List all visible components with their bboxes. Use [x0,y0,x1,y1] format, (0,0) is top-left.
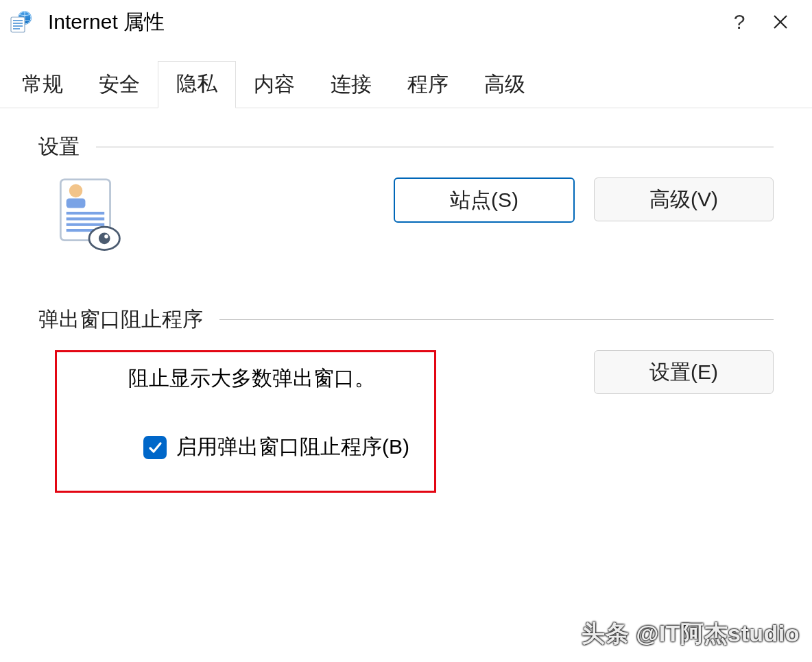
tab-privacy[interactable]: 隐私 [158,61,236,108]
divider [219,319,774,320]
svg-rect-4 [13,25,23,27]
svg-rect-5 [13,28,20,29]
popup-blocker-checkbox[interactable] [143,436,167,459]
section-header-popup: 弹出窗口阻止程序 [38,306,774,334]
help-button[interactable]: ? [719,5,760,38]
titlebar: Internet 属性 ? [0,0,812,44]
svg-rect-8 [67,199,86,208]
svg-point-7 [69,184,82,197]
button-advanced[interactable]: 高级(V) [594,177,774,221]
button-popup-settings[interactable]: 设置(E) [594,350,774,394]
window-title: Internet 属性 [48,8,165,36]
tab-general[interactable]: 常规 [4,62,81,108]
tab-programs[interactable]: 程序 [390,62,466,108]
tab-advanced[interactable]: 高级 [466,62,543,108]
button-sites-label: 站点(S) [450,186,518,214]
tab-content[interactable]: 内容 [236,62,313,108]
popup-blocker-description: 阻止显示大多数弹出窗口。 [128,365,375,393]
button-popup-settings-label: 设置(E) [649,358,718,387]
annotation-highlight-box: 阻止显示大多数弹出窗口。 启用弹出窗口阻止程序(B) [55,350,436,493]
popup-blocker-checkbox-row: 启用弹出窗口阻止程序(B) [143,433,409,461]
popup-body: 阻止显示大多数弹出窗口。 启用弹出窗口阻止程序(B) 设置(E) [38,350,774,493]
button-advanced-label: 高级(V) [649,186,718,214]
button-sites[interactable]: 站点(S) [394,177,575,223]
popup-blocker-checkbox-label: 启用弹出窗口阻止程序(B) [176,433,409,461]
section-title-settings: 设置 [38,133,80,161]
tab-security[interactable]: 安全 [81,62,158,108]
popup-blocker-section: 弹出窗口阻止程序 [38,306,774,493]
svg-rect-2 [13,20,23,21]
svg-rect-1 [11,17,25,32]
close-button[interactable] [760,5,801,38]
tab-strip: 常规 安全 隐私 内容 连接 程序 高级 [0,60,812,108]
svg-point-15 [104,234,108,238]
svg-point-14 [99,233,110,245]
divider [96,147,774,147]
tab-connections[interactable]: 连接 [313,62,390,108]
tab-panel-privacy: 设置 站点(S) [0,108,812,493]
settings-block: 站点(S) 高级(V) [38,177,774,256]
svg-rect-12 [67,229,95,232]
internet-options-icon [10,10,33,34]
svg-rect-3 [13,23,23,24]
privacy-settings-icon [55,244,123,256]
svg-rect-10 [67,217,105,220]
section-title-popup: 弹出窗口阻止程序 [38,306,203,334]
privacy-settings-icon-slot [38,177,123,256]
watermark-text: 头条 @IT阿杰studio [582,618,800,650]
section-header-settings: 设置 [38,133,774,161]
svg-rect-11 [67,223,105,226]
svg-rect-9 [67,212,105,214]
